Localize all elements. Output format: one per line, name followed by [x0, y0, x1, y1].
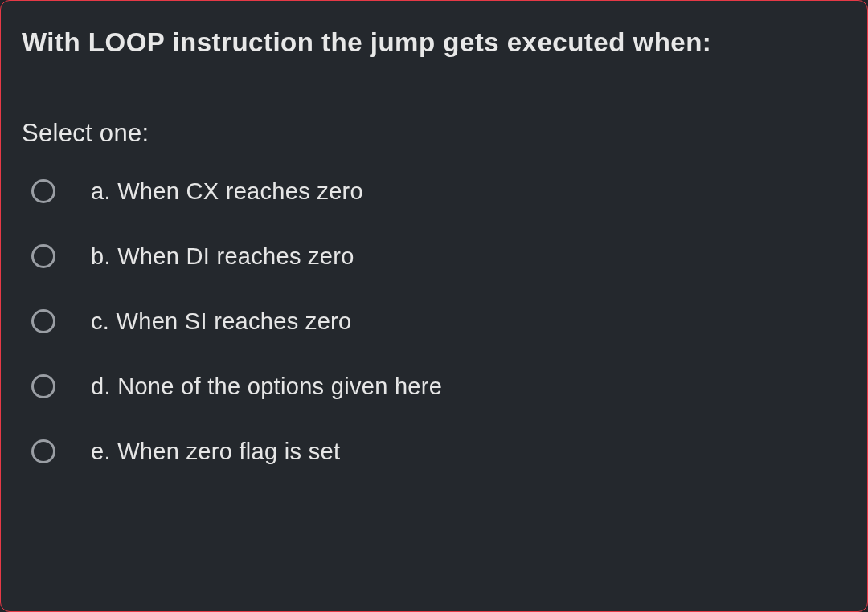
option-a[interactable]: a. When CX reaches zero: [31, 178, 846, 205]
select-one-prompt: Select one:: [22, 119, 846, 148]
option-label: b. When DI reaches zero: [91, 243, 354, 270]
option-letter: a.: [91, 178, 111, 204]
radio-icon[interactable]: [31, 374, 55, 398]
options-list: a. When CX reaches zero b. When DI reach…: [22, 178, 846, 465]
option-text: When CX reaches zero: [117, 178, 363, 204]
option-letter: e.: [91, 439, 111, 464]
option-c[interactable]: c. When SI reaches zero: [31, 308, 846, 335]
question-card: With LOOP instruction the jump gets exec…: [0, 0, 868, 612]
radio-icon[interactable]: [31, 309, 55, 333]
option-text: When DI reaches zero: [117, 243, 354, 269]
option-letter: b.: [91, 243, 111, 269]
option-label: a. When CX reaches zero: [91, 178, 363, 205]
radio-icon[interactable]: [31, 439, 55, 463]
option-e[interactable]: e. When zero flag is set: [31, 439, 846, 465]
option-label: c. When SI reaches zero: [91, 308, 351, 335]
radio-icon[interactable]: [31, 244, 55, 268]
option-text: None of the options given here: [117, 373, 442, 399]
option-label: e. When zero flag is set: [91, 439, 340, 465]
question-text: With LOOP instruction the jump gets exec…: [22, 25, 846, 61]
option-letter: d.: [91, 373, 111, 399]
radio-icon[interactable]: [31, 179, 55, 203]
option-text: When SI reaches zero: [117, 308, 352, 334]
option-text: When zero flag is set: [117, 439, 340, 464]
option-label: d. None of the options given here: [91, 373, 442, 400]
option-letter: c.: [91, 308, 109, 334]
option-d[interactable]: d. None of the options given here: [31, 373, 846, 400]
option-b[interactable]: b. When DI reaches zero: [31, 243, 846, 270]
